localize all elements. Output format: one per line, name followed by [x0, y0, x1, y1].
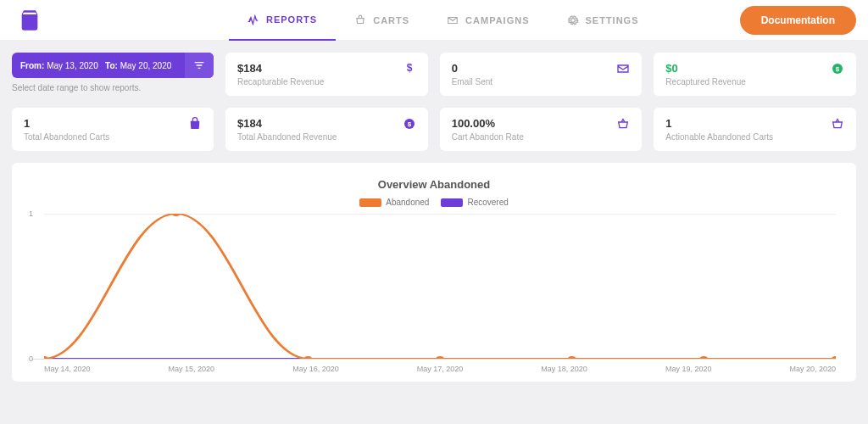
y-tick: 0	[29, 354, 33, 363]
card-email-sent: 0 Email Sent	[440, 53, 643, 96]
nav-settings[interactable]: SETTINGS	[548, 0, 658, 41]
stat-label: Email Sent	[452, 77, 631, 86]
legend-swatch	[359, 198, 381, 207]
x-tick: May 18, 2020	[541, 365, 665, 373]
card-total-abandoned-carts: 1 Total Abandoned Carts	[12, 108, 214, 151]
date-range-picker[interactable]: From: May 13, 2020 To: May 20, 2020	[12, 53, 214, 78]
stat-label: Cart Abandon Rate	[452, 132, 631, 142]
bag-icon	[188, 117, 202, 134]
stat-value: 1	[24, 117, 202, 130]
stat-value: $184	[237, 62, 416, 75]
stat-label: Total Abandoned Revenue	[237, 132, 416, 142]
to-date: May 20, 2020	[120, 61, 172, 70]
svg-point-5	[44, 356, 48, 359]
chart-legend: Abandoned Recovered	[32, 198, 836, 207]
card-total-abandoned-revenue: $184 Total Abandoned Revenue $	[225, 108, 428, 151]
svg-point-7	[304, 356, 312, 359]
stat-value: $184	[237, 117, 416, 130]
svg-point-11	[832, 356, 836, 359]
basket-icon	[354, 14, 366, 26]
dollar-icon: $	[403, 62, 416, 79]
nav-campaigns[interactable]: CAMPAIGNS	[428, 0, 548, 41]
stat-label: Recapturable Revenue	[237, 77, 416, 86]
dollar-circle-icon: $	[831, 62, 844, 79]
stats-row-1: From: May 13, 2020 To: May 20, 2020 Sele…	[12, 53, 856, 96]
x-tick: May 16, 2020	[292, 365, 417, 373]
x-axis-labels: May 14, 2020 May 15, 2020 May 16, 2020 M…	[32, 365, 836, 373]
mail-icon	[616, 62, 630, 79]
x-tick: May 20, 2020	[789, 365, 836, 373]
nav-label: CAMPAIGNS	[465, 15, 529, 25]
legend-item-abandoned: Abandoned	[359, 198, 429, 207]
svg-text:$: $	[406, 62, 412, 74]
stat-value: 0	[452, 62, 631, 75]
from-label: From:	[20, 61, 44, 70]
filter-icon[interactable]	[185, 53, 214, 78]
nav-carts[interactable]: CARTS	[336, 0, 428, 41]
date-column: From: May 13, 2020 To: May 20, 2020 Sele…	[12, 53, 214, 96]
basket-icon	[616, 117, 630, 134]
stat-label: Recaptured Revenue	[665, 77, 844, 86]
to-label: To:	[105, 61, 118, 70]
chart-plot: 1 0	[32, 214, 836, 360]
stat-label: Actionable Abandoned Carts	[665, 132, 844, 142]
nav-label: SETTINGS	[586, 15, 639, 25]
x-tick: May 17, 2020	[417, 365, 542, 373]
legend-label: Recovered	[467, 198, 508, 207]
chart-svg	[44, 214, 836, 359]
card-cart-abandon-rate: 100.00% Cart Abandon Rate	[440, 108, 643, 151]
svg-point-6	[172, 214, 180, 216]
card-recaptured-revenue: $0 Recaptured Revenue $	[654, 53, 856, 96]
x-tick: May 19, 2020	[665, 365, 790, 373]
stat-value: $0	[665, 62, 844, 75]
bag-logo-icon	[18, 8, 42, 32]
legend-swatch	[441, 198, 463, 207]
content: From: May 13, 2020 To: May 20, 2020 Sele…	[0, 41, 868, 393]
envelope-icon	[447, 14, 459, 26]
gear-icon	[567, 14, 579, 26]
basket-icon	[831, 117, 844, 134]
dollar-circle-icon: $	[403, 117, 416, 134]
date-hint: Select date range to show reports.	[12, 83, 214, 92]
nav-reports[interactable]: REPORTS	[229, 0, 336, 41]
activity-icon	[248, 14, 259, 25]
svg-text:$: $	[836, 65, 840, 73]
logo	[0, 8, 59, 32]
svg-point-9	[568, 356, 576, 359]
svg-point-8	[436, 356, 443, 359]
nav-label: REPORTS	[266, 14, 317, 25]
chart-title: Overview Abandoned	[32, 178, 836, 191]
y-tick: 1	[29, 209, 33, 218]
documentation-button[interactable]: Documentation	[740, 6, 856, 35]
x-tick: May 15, 2020	[169, 365, 293, 373]
chart-card: Overview Abandoned Abandoned Recovered 1…	[12, 163, 856, 382]
stat-value: 1	[665, 117, 844, 130]
main-nav: REPORTS CARTS CAMPAIGNS SETTINGS	[229, 0, 658, 41]
card-recapturable-revenue: $184 Recapturable Revenue $	[225, 53, 428, 96]
svg-text:$: $	[407, 120, 411, 128]
header: REPORTS CARTS CAMPAIGNS SETTINGS Documen…	[0, 0, 868, 41]
stats-row-2: 1 Total Abandoned Carts $184 Total Aband…	[12, 108, 856, 151]
nav-label: CARTS	[373, 15, 409, 25]
svg-point-10	[700, 356, 708, 359]
x-tick: May 14, 2020	[44, 365, 169, 373]
stat-value: 100.00%	[452, 117, 631, 130]
legend-item-recovered: Recovered	[441, 198, 508, 207]
card-actionable-abandoned-carts: 1 Actionable Abandoned Carts	[654, 108, 856, 151]
stat-label: Total Abandoned Carts	[24, 132, 202, 142]
legend-label: Abandoned	[386, 198, 429, 207]
from-date: May 13, 2020	[47, 61, 98, 70]
